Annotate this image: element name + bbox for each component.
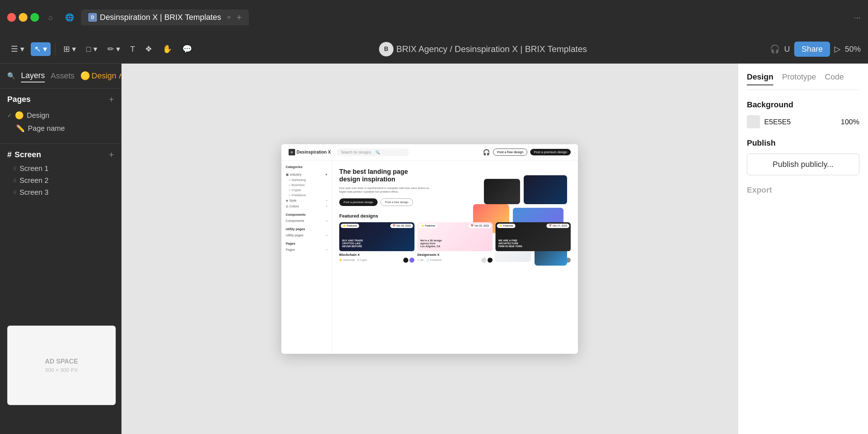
card-2-color-toggles [481, 258, 493, 263]
pages-item[interactable]: Pages › [286, 247, 327, 253]
tab-assets[interactable]: Assets [51, 70, 75, 82]
background-label: Background [747, 100, 859, 109]
app-body: 🔍 Layers Assets 🟡 Design ∧ Pages + ✓ 🟡 D… [0, 64, 868, 434]
card-1-color-toggles [403, 258, 414, 263]
browser-tab[interactable]: D Desinspiration X | BRIX Templates × + [81, 9, 249, 25]
screen-1-label: Screen 1 [20, 164, 48, 173]
tab-close-icon[interactable]: × [227, 14, 231, 21]
globe-icon[interactable]: 🌐 [62, 10, 77, 25]
category-industry[interactable]: ▣ Industry ▾ [286, 172, 327, 177]
components-item[interactable]: Components › [286, 218, 327, 224]
headphones-nav-icon: 🎧 [483, 149, 490, 156]
hero-free-button[interactable]: Post a free design [380, 198, 413, 206]
pages-section: Pages + ✓ 🟡 Design ✏️ Page name [0, 89, 121, 141]
screen-item-2[interactable]: ⠿ Screen 2 [13, 175, 114, 186]
home-icon[interactable]: ⌂ [43, 10, 58, 25]
screen-2-label: Screen 2 [20, 176, 48, 185]
sidebar-search-icon[interactable]: 🔍 [7, 72, 15, 80]
card-3-image: ⭐ Featured 📅 Oct 17, 2023 WE ARE A FINEA… [495, 222, 571, 251]
tab-add-icon[interactable]: + [237, 12, 242, 22]
style-arrow: › [326, 199, 327, 202]
background-opacity-value[interactable]: 100% [841, 118, 859, 126]
background-color-swatch[interactable] [747, 115, 760, 128]
comment-tool-button[interactable]: 💬 [179, 42, 196, 56]
headphones-icon: 🎧 [770, 44, 780, 54]
canvas-area[interactable]: D Desinspiration X Search for designs . … [122, 64, 738, 434]
website-nav: D Desinspiration X Search for designs . … [281, 144, 578, 161]
background-color-value[interactable]: E5E5E5 [764, 118, 791, 126]
featured-card-1[interactable]: ⭐ Featured 📅 Oct 26, 2023 BUY AND TRADEC… [339, 222, 414, 263]
toggle-light [481, 258, 486, 263]
close-dot[interactable] [7, 13, 16, 22]
screen-item-3[interactable]: ⠿ Screen 3 [13, 186, 114, 198]
hand-tool-button[interactable]: ✋ [159, 42, 176, 56]
shape-tool-button[interactable]: □ ▾ [82, 42, 101, 56]
text-tool-button[interactable]: T [127, 42, 139, 56]
card-3-featured-badge: ⭐ Featured [497, 224, 515, 228]
sidebar-tabs: 🔍 Layers Assets 🟡 Design ∧ [0, 64, 121, 89]
category-business[interactable]: ○ Business [286, 182, 327, 188]
industry-arrow: ▾ [326, 173, 327, 176]
card-2-tag-freelance: 📄 Freelance [426, 258, 442, 263]
zoom-level[interactable]: 50% [845, 44, 861, 54]
card-1-image: ⭐ Featured 📅 Oct 26, 2023 BUY AND TRADEC… [339, 222, 414, 251]
ad-space-placeholder: AD SPACE 300 × 300 PX [7, 326, 116, 405]
utility-item[interactable]: Utility pages › [286, 232, 327, 238]
category-style[interactable]: ◈ Style › [286, 198, 327, 203]
browser-more-icon[interactable]: ··· [854, 12, 861, 22]
figma-menu-button[interactable]: ☰ ▾ [7, 42, 28, 56]
component-tool-button[interactable]: ❖ [141, 42, 156, 56]
tab-layers[interactable]: Layers [21, 69, 45, 82]
website-sidebar: Categories ▣ Industry ▾ ○ Marketing ○ Bu… [281, 161, 332, 353]
panel-tab-code[interactable]: Code [825, 72, 844, 85]
card-1-info: Blockchain X ☀️ Darkmode ₿ Crypto [339, 253, 414, 263]
edit-icon: ✏️ [16, 124, 25, 133]
panel-tab-design[interactable]: Design [747, 72, 773, 85]
category-marketing[interactable]: ○ Marketing [286, 177, 327, 182]
utility-section-title: Utility pages [286, 227, 327, 231]
card-3-overlay-text: WE ARE A FINEARCHITECTUREFIRM IN NEW YOR… [498, 239, 522, 248]
minimize-dot[interactable] [19, 13, 27, 22]
category-colors[interactable]: ◎ Colors › [286, 203, 327, 209]
browser-dots [7, 13, 39, 22]
category-crypto[interactable]: ○ Crypto [286, 188, 327, 193]
screen-section: # Screen + ⠿ Screen 1 ⠿ Screen 2 ⠿ Scree… [0, 147, 121, 201]
add-page-button[interactable]: + [109, 94, 114, 104]
panel-tab-prototype[interactable]: Prototype [782, 72, 816, 85]
card-1-featured-badge: ⭐ Featured [341, 224, 359, 228]
design-caret: ∧ [118, 71, 122, 81]
components-arrow: › [326, 219, 327, 223]
category-freelance[interactable]: ○ Freelance [286, 193, 327, 198]
search-input-text: Search for designs . [341, 150, 373, 154]
page-emoji: 🟡 [15, 111, 24, 120]
publish-publicly-button[interactable]: Publish publicly... [747, 154, 859, 175]
pages-nav-label: Pages [286, 248, 295, 252]
maximize-dot[interactable] [30, 13, 39, 22]
figma-toolbar: ☰ ▾ ↖ ▾ ⊞ ▾ □ ▾ ✏ ▾ T ❖ ✋ 💬 B BRIX Agenc… [0, 35, 868, 64]
screen-item-1[interactable]: ⠿ Screen 1 [13, 163, 114, 175]
add-screen-button[interactable]: + [109, 150, 114, 160]
logo-icon: D [289, 149, 295, 155]
page-item-pagename[interactable]: ✏️ Page name [7, 122, 114, 135]
pen-tool-button[interactable]: ✏ ▾ [104, 42, 124, 56]
select-tool-button[interactable]: ↖ ▾ [31, 42, 51, 56]
card-1-tag-darkmode: ☀️ Darkmode [339, 258, 355, 263]
card-2-meta: ◻ 3D 📄 Freelance [417, 258, 493, 263]
share-button[interactable]: Share [794, 42, 830, 57]
website-search-bar[interactable]: Search for designs . 🔍 [337, 149, 409, 156]
toggle-dark-2 [488, 258, 493, 263]
tab-design[interactable]: 🟡 Design ∧ [80, 71, 122, 81]
play-icon[interactable]: ▷ [834, 44, 841, 54]
hero-premium-button[interactable]: Post a premium design [339, 198, 378, 206]
ad-space-text: AD SPACE [45, 358, 78, 365]
page-item-design[interactable]: ✓ 🟡 Design [7, 109, 114, 122]
hero-image-2 [484, 179, 520, 204]
categories-title: Categories [286, 165, 327, 169]
post-free-button[interactable]: Post a free design [493, 149, 527, 156]
industry-label: ▣ Industry [286, 173, 302, 176]
frame-tool-button[interactable]: ⊞ ▾ [60, 42, 80, 56]
card-1-overlay-text: BUY AND TRADECRYPTOS LIKENEVER BEFORE [342, 239, 363, 248]
figma-file-path: BRIX Agency / Desinspiration X | BRIX Te… [396, 44, 587, 54]
post-premium-button[interactable]: Post a premium design [530, 149, 571, 155]
hero-image-1 [524, 175, 567, 204]
